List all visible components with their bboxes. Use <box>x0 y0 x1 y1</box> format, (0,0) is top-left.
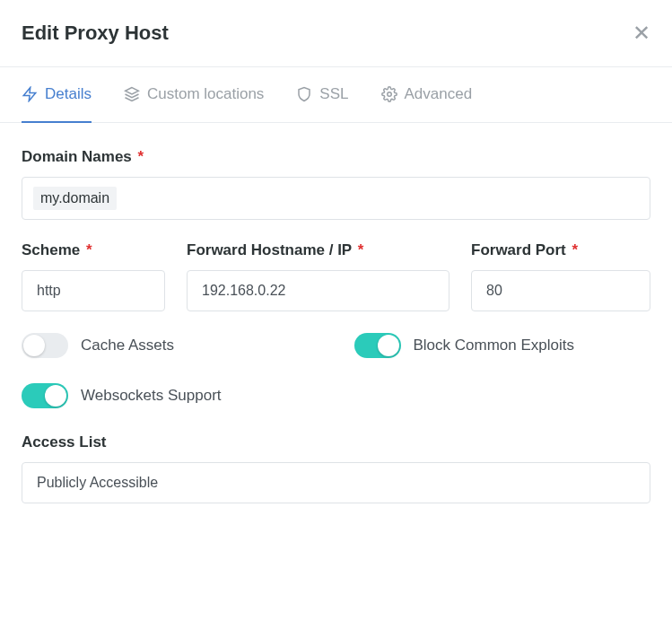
forward-port-group: Forward Port * <box>471 241 650 311</box>
forward-hostname-label-text: Forward Hostname / IP <box>187 241 352 258</box>
access-list-label: Access List <box>22 433 650 451</box>
forward-hostname-group: Forward Hostname / IP * <box>187 241 449 311</box>
scheme-label: Scheme * <box>22 241 165 259</box>
domain-names-label: Domain Names * <box>22 148 650 166</box>
forward-hostname-label: Forward Hostname / IP * <box>187 241 449 259</box>
domain-tag[interactable]: my.domain <box>33 187 117 210</box>
tab-advanced[interactable]: Advanced <box>381 67 473 123</box>
websockets-label: Websockets Support <box>81 387 222 405</box>
tab-details-label: Details <box>45 85 92 103</box>
domain-names-group: Domain Names * my.domain <box>22 148 650 220</box>
close-button[interactable]: ✕ <box>633 22 650 44</box>
scheme-group: Scheme * <box>22 241 165 311</box>
block-exploits-label: Block Common Exploits <box>414 337 575 354</box>
shield-icon <box>296 86 312 102</box>
access-list-group: Access List <box>22 433 650 503</box>
close-icon: ✕ <box>633 21 650 45</box>
tab-advanced-label: Advanced <box>405 85 473 103</box>
forward-port-input[interactable] <box>471 270 650 311</box>
forward-row: Scheme * Forward Hostname / IP * Forward… <box>22 241 650 311</box>
forward-hostname-input[interactable] <box>187 270 449 311</box>
required-asterisk: * <box>138 148 144 165</box>
tab-ssl[interactable]: SSL <box>296 67 348 123</box>
tab-custom-locations[interactable]: Custom locations <box>124 67 264 123</box>
tab-custom-locations-label: Custom locations <box>147 85 264 103</box>
svg-point-1 <box>387 92 391 97</box>
lightning-icon <box>22 86 38 102</box>
scheme-select[interactable] <box>22 270 165 311</box>
access-list-select[interactable] <box>22 462 650 503</box>
gear-icon <box>381 86 397 102</box>
cache-assets-label: Cache Assets <box>81 337 174 354</box>
toggle-row-2: Websockets Support <box>22 383 650 408</box>
websockets-toggle-item: Websockets Support <box>22 383 650 408</box>
toggle-row-1: Cache Assets Block Common Exploits <box>22 333 650 358</box>
toggle-knob <box>45 385 66 407</box>
tab-ssl-label: SSL <box>319 85 348 103</box>
scheme-label-text: Scheme <box>22 241 80 258</box>
forward-port-label-text: Forward Port <box>471 241 566 258</box>
modal-title: Edit Proxy Host <box>22 22 169 45</box>
svg-marker-0 <box>125 88 138 95</box>
required-asterisk: * <box>86 241 92 258</box>
form-body: Domain Names * my.domain Scheme * Forwar… <box>0 123 672 550</box>
block-exploits-toggle-item: Block Common Exploits <box>354 333 651 358</box>
tabs: Details Custom locations SSL Advanced <box>0 67 672 123</box>
domain-names-input[interactable]: my.domain <box>22 177 650 220</box>
cache-assets-toggle-item: Cache Assets <box>22 333 319 358</box>
required-asterisk: * <box>572 241 579 258</box>
modal-header: Edit Proxy Host ✕ <box>0 0 672 67</box>
websockets-toggle[interactable] <box>22 383 68 408</box>
toggle-knob <box>378 335 399 356</box>
block-exploits-toggle[interactable] <box>354 333 401 358</box>
toggle-knob <box>23 335 45 356</box>
required-asterisk: * <box>358 241 364 258</box>
cache-assets-toggle[interactable] <box>22 333 68 358</box>
forward-port-label: Forward Port * <box>471 241 650 259</box>
domain-names-label-text: Domain Names <box>22 148 132 165</box>
tab-details[interactable]: Details <box>22 67 92 123</box>
layers-icon <box>124 86 140 102</box>
